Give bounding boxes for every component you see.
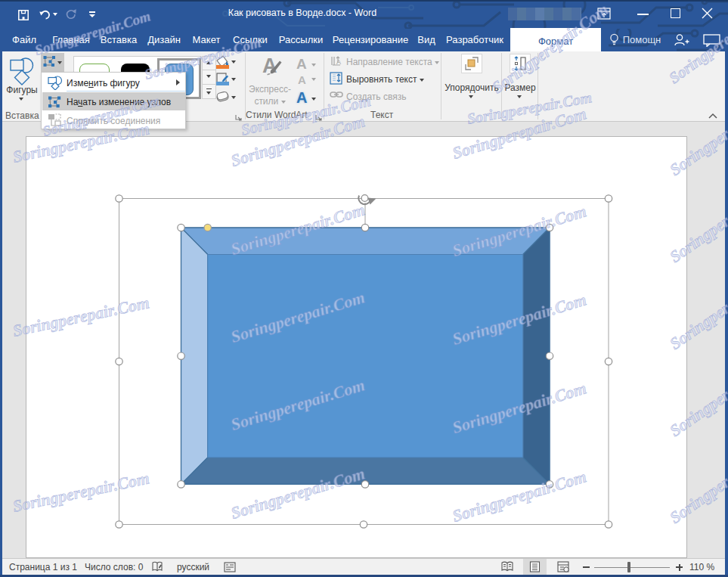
svg-text:A: A (336, 58, 341, 66)
